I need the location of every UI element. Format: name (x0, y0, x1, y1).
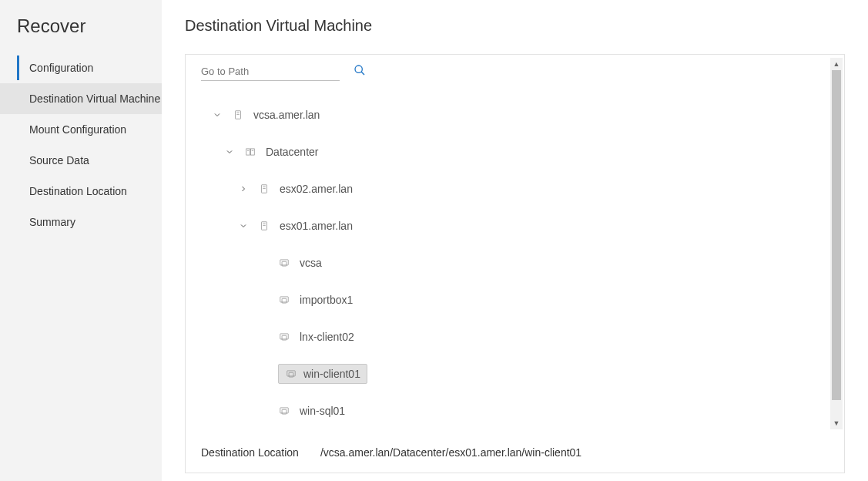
tree-node-label: vcsa.amer.lan (253, 109, 320, 121)
destination-location-label: Destination Location (201, 446, 299, 459)
chevron-right-icon[interactable] (238, 183, 249, 194)
svg-rect-21 (287, 371, 296, 376)
svg-rect-12 (262, 222, 267, 230)
svg-line-1 (361, 72, 364, 75)
datacenter-icon (244, 146, 256, 158)
tree-node-label: importbox1 (300, 294, 353, 306)
vm-icon (278, 257, 290, 269)
svg-rect-15 (280, 260, 289, 265)
panel-footer: Destination Location /vcsa.amer.lan/Data… (186, 432, 844, 473)
tree-node-label: lnx-client02 (300, 331, 354, 343)
tree-node-esx02[interactable]: esx02.amer.lan (201, 170, 829, 207)
vm-icon (278, 331, 290, 343)
tree-node-vcsa-amer-lan[interactable]: vcsa.amer.lan (201, 96, 829, 133)
tree: vcsa.amer.lan Datacenter (201, 92, 829, 429)
tree-node-esx01[interactable]: esx01.amer.lan (201, 207, 829, 244)
tree-node-datacenter[interactable]: Datacenter (201, 133, 829, 170)
tree-node-importbox1[interactable]: importbox1 (201, 281, 829, 318)
svg-rect-2 (236, 111, 241, 119)
chevron-down-icon[interactable] (224, 146, 235, 157)
sidebar-item-destination-vm[interactable]: Destination Virtual Machine (0, 83, 162, 114)
scroll-up-icon[interactable]: ▲ (830, 58, 843, 70)
svg-rect-5 (246, 149, 250, 155)
svg-rect-6 (251, 149, 255, 155)
scroll-track[interactable] (832, 70, 841, 417)
main-content: Destination Virtual Machine vcsa.amer.la (162, 0, 868, 481)
chevron-down-icon[interactable] (212, 109, 223, 120)
server-icon (232, 109, 244, 121)
tree-node-label: Datacenter (266, 146, 318, 158)
sidebar-item-label: Summary (29, 216, 75, 228)
sidebar-items: Configuration Destination Virtual Machin… (0, 52, 162, 237)
tree-panel-body: vcsa.amer.lan Datacenter (186, 55, 844, 432)
search-icon[interactable] (354, 64, 366, 79)
host-icon (258, 183, 270, 195)
sidebar-item-label: Configuration (29, 62, 93, 74)
sidebar-item-mount-configuration[interactable]: Mount Configuration (0, 114, 162, 145)
vm-icon (278, 294, 290, 306)
scroll-thumb[interactable] (832, 70, 841, 400)
page-title: Destination Virtual Machine (185, 17, 845, 35)
tree-node-win-sql01[interactable]: win-sql01 (201, 392, 829, 429)
sidebar-item-label: Destination Location (29, 185, 127, 197)
tree-panel: vcsa.amer.lan Datacenter (185, 54, 845, 473)
tree-node-label: vcsa (300, 257, 322, 269)
sidebar-item-configuration[interactable]: Configuration (0, 52, 162, 83)
sidebar-item-label: Source Data (29, 154, 89, 166)
vm-icon (285, 368, 297, 380)
sidebar-item-source-data[interactable]: Source Data (0, 145, 162, 176)
svg-rect-23 (280, 408, 289, 413)
svg-rect-17 (280, 297, 289, 302)
sidebar-item-summary[interactable]: Summary (0, 207, 162, 237)
svg-rect-19 (280, 334, 289, 339)
tree-node-label: win-sql01 (300, 405, 345, 417)
vm-icon (278, 405, 290, 417)
search-input[interactable] (201, 62, 340, 81)
svg-rect-9 (262, 185, 267, 193)
tree-node-label: esx02.amer.lan (280, 183, 353, 195)
tree-node-label: esx01.amer.lan (280, 220, 353, 232)
chevron-down-icon[interactable] (238, 220, 249, 231)
destination-location-path: /vcsa.amer.lan/Datacenter/esx01.amer.lan… (320, 446, 581, 459)
scroll-down-icon[interactable]: ▼ (830, 417, 843, 429)
tree-node-win-client01[interactable]: win-client01 (201, 355, 829, 392)
tree-node-vcsa-vm[interactable]: vcsa (201, 244, 829, 281)
sidebar-item-label: Destination Virtual Machine (29, 92, 160, 105)
scrollbar[interactable]: ▲ ▼ (830, 58, 843, 429)
tree-node-label: win-client01 (303, 368, 360, 380)
tree-node-lnx-client02[interactable]: lnx-client02 (201, 318, 829, 355)
sidebar-title: Recover (0, 15, 162, 52)
sidebar: Recover Configuration Destination Virtua… (0, 0, 162, 481)
search-row (201, 62, 829, 92)
svg-point-0 (355, 66, 362, 72)
sidebar-item-destination-location[interactable]: Destination Location (0, 176, 162, 207)
sidebar-item-label: Mount Configuration (29, 123, 126, 136)
host-icon (258, 220, 270, 232)
